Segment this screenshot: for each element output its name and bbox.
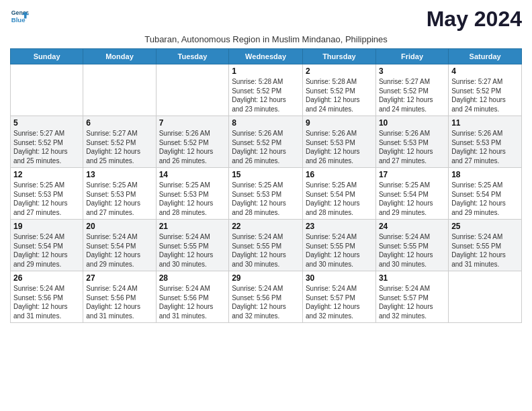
day-number: 28 — [159, 273, 226, 283]
calendar-cell: 5Sunrise: 5:27 AM Sunset: 5:52 PM Daylig… — [11, 116, 83, 168]
calendar-header-row: SundayMondayTuesdayWednesdayThursdayFrid… — [11, 49, 522, 64]
day-of-week-header: Friday — [375, 49, 448, 64]
calendar-cell: 11Sunrise: 5:26 AM Sunset: 5:53 PM Dayli… — [449, 116, 522, 168]
calendar-cell: 9Sunrise: 5:26 AM Sunset: 5:53 PM Daylig… — [302, 116, 375, 168]
day-number: 11 — [451, 118, 519, 128]
day-info: Sunrise: 5:24 AM Sunset: 5:56 PM Dayligh… — [232, 284, 300, 320]
day-info: Sunrise: 5:27 AM Sunset: 5:52 PM Dayligh… — [86, 129, 152, 165]
calendar-cell: 15Sunrise: 5:25 AM Sunset: 5:53 PM Dayli… — [229, 168, 303, 220]
day-info: Sunrise: 5:27 AM Sunset: 5:52 PM Dayligh… — [379, 77, 445, 113]
day-number: 18 — [451, 170, 519, 179]
day-number: 19 — [13, 222, 80, 231]
calendar-cell: 17Sunrise: 5:25 AM Sunset: 5:54 PM Dayli… — [375, 168, 448, 220]
day-number: 29 — [232, 273, 300, 283]
calendar-cell — [11, 64, 83, 116]
day-number: 21 — [159, 222, 226, 231]
day-number: 23 — [306, 222, 373, 231]
day-info: Sunrise: 5:24 AM Sunset: 5:57 PM Dayligh… — [379, 284, 445, 320]
day-info: Sunrise: 5:28 AM Sunset: 5:52 PM Dayligh… — [232, 77, 300, 113]
month-title: May 2024 — [427, 7, 522, 32]
day-info: Sunrise: 5:24 AM Sunset: 5:55 PM Dayligh… — [451, 232, 519, 269]
day-info: Sunrise: 5:24 AM Sunset: 5:56 PM Dayligh… — [86, 284, 152, 320]
calendar-cell: 1Sunrise: 5:28 AM Sunset: 5:52 PM Daylig… — [229, 64, 303, 116]
calendar-cell: 24Sunrise: 5:24 AM Sunset: 5:55 PM Dayli… — [375, 220, 448, 271]
day-of-week-header: Tuesday — [156, 49, 229, 64]
day-info: Sunrise: 5:24 AM Sunset: 5:54 PM Dayligh… — [13, 232, 80, 269]
day-info: Sunrise: 5:25 AM Sunset: 5:54 PM Dayligh… — [306, 181, 373, 217]
day-number: 14 — [159, 170, 226, 179]
calendar-cell: 23Sunrise: 5:24 AM Sunset: 5:55 PM Dayli… — [302, 220, 375, 271]
day-number: 27 — [86, 273, 152, 283]
calendar-cell: 2Sunrise: 5:28 AM Sunset: 5:52 PM Daylig… — [302, 64, 375, 116]
calendar-cell: 8Sunrise: 5:26 AM Sunset: 5:52 PM Daylig… — [229, 116, 303, 168]
day-info: Sunrise: 5:25 AM Sunset: 5:53 PM Dayligh… — [159, 181, 226, 217]
subtitle: Tubaran, Autonomous Region in Muslim Min… — [10, 34, 522, 44]
day-info: Sunrise: 5:28 AM Sunset: 5:52 PM Dayligh… — [306, 77, 373, 113]
day-number: 22 — [232, 222, 300, 231]
day-of-week-header: Wednesday — [229, 49, 303, 64]
day-number: 6 — [86, 118, 152, 128]
day-info: Sunrise: 5:27 AM Sunset: 5:52 PM Dayligh… — [451, 77, 519, 113]
logo-icon: General Blue — [10, 7, 29, 26]
day-number: 10 — [379, 118, 445, 128]
calendar-cell: 16Sunrise: 5:25 AM Sunset: 5:54 PM Dayli… — [302, 168, 375, 220]
calendar-cell: 7Sunrise: 5:26 AM Sunset: 5:52 PM Daylig… — [156, 116, 229, 168]
day-number: 24 — [379, 222, 445, 231]
calendar-cell: 28Sunrise: 5:24 AM Sunset: 5:56 PM Dayli… — [156, 271, 229, 323]
day-info: Sunrise: 5:24 AM Sunset: 5:56 PM Dayligh… — [13, 284, 80, 320]
calendar-cell: 12Sunrise: 5:25 AM Sunset: 5:53 PM Dayli… — [11, 168, 83, 220]
day-info: Sunrise: 5:26 AM Sunset: 5:53 PM Dayligh… — [451, 129, 519, 165]
day-number: 17 — [379, 170, 445, 179]
calendar-cell: 30Sunrise: 5:24 AM Sunset: 5:57 PM Dayli… — [302, 271, 375, 323]
day-of-week-header: Saturday — [449, 49, 522, 64]
day-number: 9 — [306, 118, 373, 128]
calendar-cell: 20Sunrise: 5:24 AM Sunset: 5:54 PM Dayli… — [83, 220, 156, 271]
day-number: 16 — [306, 170, 373, 179]
page: General Blue May 2024 Tubaran, Autonomou… — [0, 0, 532, 330]
day-number: 1 — [232, 66, 300, 76]
day-info: Sunrise: 5:26 AM Sunset: 5:53 PM Dayligh… — [306, 129, 373, 165]
calendar-week-row: 12Sunrise: 5:25 AM Sunset: 5:53 PM Dayli… — [11, 168, 522, 220]
day-info: Sunrise: 5:24 AM Sunset: 5:55 PM Dayligh… — [306, 232, 373, 269]
day-info: Sunrise: 5:24 AM Sunset: 5:54 PM Dayligh… — [86, 232, 152, 269]
day-info: Sunrise: 5:24 AM Sunset: 5:55 PM Dayligh… — [232, 232, 300, 269]
day-number: 7 — [159, 118, 226, 128]
calendar-cell — [156, 64, 229, 116]
calendar-cell: 18Sunrise: 5:25 AM Sunset: 5:54 PM Dayli… — [449, 168, 522, 220]
day-info: Sunrise: 5:25 AM Sunset: 5:54 PM Dayligh… — [451, 181, 519, 217]
calendar-cell: 14Sunrise: 5:25 AM Sunset: 5:53 PM Dayli… — [156, 168, 229, 220]
day-of-week-header: Thursday — [302, 49, 375, 64]
day-info: Sunrise: 5:25 AM Sunset: 5:53 PM Dayligh… — [232, 181, 300, 217]
calendar-cell: 31Sunrise: 5:24 AM Sunset: 5:57 PM Dayli… — [375, 271, 448, 323]
calendar-cell — [83, 64, 156, 116]
day-number: 20 — [86, 222, 152, 231]
calendar-week-row: 1Sunrise: 5:28 AM Sunset: 5:52 PM Daylig… — [11, 64, 522, 116]
calendar-cell: 25Sunrise: 5:24 AM Sunset: 5:55 PM Dayli… — [449, 220, 522, 271]
day-info: Sunrise: 5:24 AM Sunset: 5:56 PM Dayligh… — [159, 284, 226, 320]
calendar-cell — [449, 271, 522, 323]
day-number: 15 — [232, 170, 300, 179]
calendar-cell: 29Sunrise: 5:24 AM Sunset: 5:56 PM Dayli… — [229, 271, 303, 323]
day-number: 2 — [306, 66, 373, 76]
day-info: Sunrise: 5:25 AM Sunset: 5:53 PM Dayligh… — [13, 181, 80, 217]
day-number: 31 — [379, 273, 445, 283]
calendar-cell: 6Sunrise: 5:27 AM Sunset: 5:52 PM Daylig… — [83, 116, 156, 168]
calendar-cell: 27Sunrise: 5:24 AM Sunset: 5:56 PM Dayli… — [83, 271, 156, 323]
day-info: Sunrise: 5:24 AM Sunset: 5:55 PM Dayligh… — [159, 232, 226, 269]
day-number: 8 — [232, 118, 300, 128]
svg-text:Blue: Blue — [11, 16, 26, 24]
day-info: Sunrise: 5:24 AM Sunset: 5:57 PM Dayligh… — [306, 284, 373, 320]
day-info: Sunrise: 5:25 AM Sunset: 5:53 PM Dayligh… — [86, 181, 152, 217]
calendar-cell: 3Sunrise: 5:27 AM Sunset: 5:52 PM Daylig… — [375, 64, 448, 116]
calendar-week-row: 26Sunrise: 5:24 AM Sunset: 5:56 PM Dayli… — [11, 271, 522, 323]
day-number: 12 — [13, 170, 80, 179]
logo: General Blue — [10, 7, 29, 26]
calendar-cell: 4Sunrise: 5:27 AM Sunset: 5:52 PM Daylig… — [449, 64, 522, 116]
day-number: 5 — [13, 118, 80, 128]
day-number: 4 — [451, 66, 519, 76]
calendar-cell: 22Sunrise: 5:24 AM Sunset: 5:55 PM Dayli… — [229, 220, 303, 271]
day-number: 25 — [451, 222, 519, 231]
day-info: Sunrise: 5:26 AM Sunset: 5:53 PM Dayligh… — [379, 129, 445, 165]
day-info: Sunrise: 5:25 AM Sunset: 5:54 PM Dayligh… — [379, 181, 445, 217]
calendar: SundayMondayTuesdayWednesdayThursdayFrid… — [10, 48, 522, 323]
